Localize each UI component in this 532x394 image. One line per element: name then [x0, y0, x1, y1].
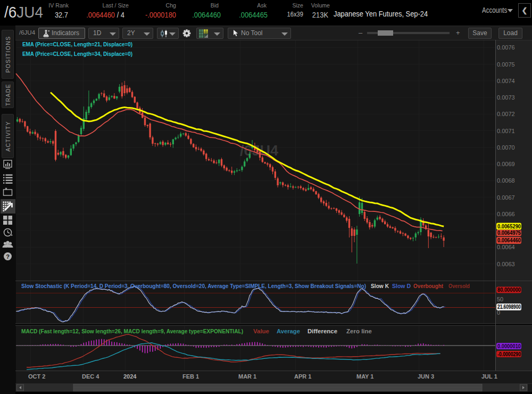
svg-text:Overbought: Overbought	[413, 283, 443, 289]
svg-text:MAY 1: MAY 1	[356, 373, 373, 380]
svg-text:Slow K: Slow K	[371, 283, 389, 289]
svg-text:0.0067: 0.0067	[497, 194, 515, 201]
svg-text:JUL 1: JUL 1	[481, 373, 497, 380]
svg-text:Slow Stochastic (K Period=14,: Slow Stochastic (K Period=14, D Period=3…	[21, 283, 366, 289]
svg-text:0.0072: 0.0072	[497, 111, 515, 117]
svg-text:2024: 2024	[123, 373, 137, 380]
svg-text:EMA (Price=CLOSE, Length=21, D: EMA (Price=CLOSE, Length=21, Displace=0)	[22, 41, 132, 47]
svg-text:MAR 1: MAR 1	[238, 373, 256, 380]
svg-text:0.0066: 0.0066	[497, 211, 515, 217]
svg-text:DEC 4: DEC 4	[82, 373, 99, 380]
svg-text:0.0074: 0.0074	[497, 78, 515, 84]
svg-text:0.0000010: 0.0000010	[497, 343, 521, 349]
svg-text:0.0064460: 0.0064460	[497, 237, 521, 243]
svg-text:21.6098900: 21.6098900	[497, 303, 521, 310]
svg-text:0.0068: 0.0068	[497, 177, 515, 184]
svg-text:0.0071: 0.0071	[497, 128, 515, 134]
svg-text:0.0075: 0.0075	[497, 61, 515, 68]
svg-text:FEB 1: FEB 1	[182, 373, 199, 380]
svg-text:JUN 3: JUN 3	[418, 373, 434, 380]
svg-text:OCT 2: OCT 2	[28, 373, 45, 380]
svg-text:0.0063: 0.0063	[497, 261, 515, 267]
svg-text:Average: Average	[277, 328, 300, 334]
svg-text:Slow D: Slow D	[392, 283, 411, 289]
svg-text:Value: Value	[253, 328, 269, 334]
svg-text:0.0073: 0.0073	[497, 94, 515, 101]
svg-text:80.000000: 80.000000	[497, 286, 521, 293]
svg-text:-0.0000290: -0.0000290	[497, 351, 521, 357]
svg-text:0.0064975: 0.0064975	[497, 229, 521, 236]
svg-text:Oversold: Oversold	[448, 283, 470, 289]
svg-text:Difference: Difference	[307, 328, 337, 334]
svg-text:APR 1: APR 1	[294, 373, 311, 380]
svg-text:?: ?	[6, 253, 10, 260]
svg-text:0.0065290: 0.0065290	[497, 223, 521, 229]
svg-text:MACD (Fast length=12, Slow len: MACD (Fast length=12, Slow length=26, MA…	[21, 328, 243, 334]
svg-text:0.0064: 0.0064	[497, 244, 515, 250]
svg-text:0.0069: 0.0069	[497, 161, 515, 167]
svg-text:Zero line: Zero line	[346, 328, 372, 334]
svg-text:0.0076: 0.0076	[497, 44, 515, 51]
svg-text:EMA (Price=CLOSE, Length=34, D: EMA (Price=CLOSE, Length=34, Displace=0)	[22, 51, 132, 57]
svg-text:0.0070: 0.0070	[497, 144, 515, 151]
svg-text:50: 50	[497, 296, 503, 302]
